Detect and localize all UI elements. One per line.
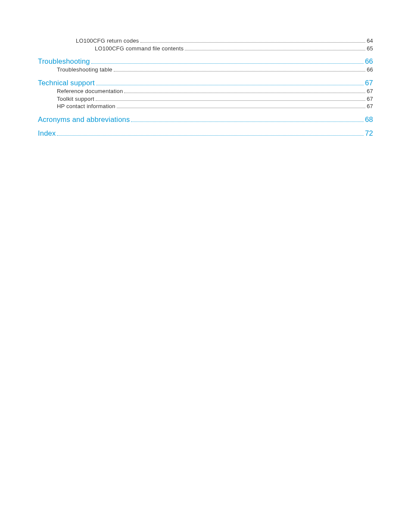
toc-entry-page: 65 [367,45,373,53]
toc-entry-label: LO100CFG command file contents [95,45,184,53]
table-of-contents: LO100CFG return codes64LO100CFG command … [38,37,373,138]
toc-entry-label: HP contact information [57,103,115,110]
toc-entry-page: 67 [367,95,373,103]
toc-leader-dots [131,116,364,122]
toc-entry-page: 72 [365,128,373,138]
toc-leader-dots [117,103,365,108]
toc-entry-label: Troubleshooting table [57,66,112,74]
toc-entry: LO100CFG return codes64 [76,37,373,45]
toc-entry-label: LO100CFG return codes [76,37,139,45]
toc-leader-dots [185,45,365,50]
toc-group: LO100CFG return codes64LO100CFG command … [38,37,373,52]
toc-leader-dots [96,79,364,85]
toc-leader-dots [91,58,364,64]
toc-entry-label: Acronyms and abbreviations [38,115,130,124]
toc-group: Acronyms and abbreviations68 [38,115,373,124]
toc-leader-dots [114,67,365,72]
toc-entry-page: 66 [367,66,373,74]
toc-entry-link[interactable]: Technical support67 [38,78,373,87]
toc-group: Technical support67Reference documentati… [38,78,373,110]
toc-group: Troubleshooting66Troubleshooting table66 [38,56,373,74]
toc-leader-dots [140,38,366,43]
toc-entry-label: Troubleshooting [38,56,90,66]
toc-entry-page: 64 [367,37,373,45]
document-page: LO100CFG return codes64LO100CFG command … [0,0,411,532]
toc-entry-label: Reference documentation [57,87,123,95]
toc-entry-label: Toolkit support [57,95,94,103]
toc-entry-link[interactable]: Acronyms and abbreviations68 [38,115,373,124]
toc-entry-page: 67 [367,87,373,95]
toc-entry-label: Technical support [38,78,95,87]
toc-entry-link[interactable]: Index72 [38,128,373,138]
toc-entry-page: 67 [365,78,373,87]
toc-entry: HP contact information67 [57,103,373,110]
toc-entry: Troubleshooting table66 [57,66,373,74]
toc-leader-dots [57,130,364,136]
toc-leader-dots [124,88,365,93]
toc-entry: Toolkit support67 [57,95,373,103]
toc-leader-dots [96,96,365,100]
toc-group: Index72 [38,128,373,138]
toc-entry-page: 66 [365,56,373,66]
toc-entry-page: 67 [367,103,373,110]
toc-entry-page: 68 [365,115,373,124]
toc-entry-link[interactable]: Troubleshooting66 [38,56,373,66]
toc-entry: Reference documentation67 [57,87,373,95]
toc-entry: LO100CFG command file contents65 [95,45,373,53]
toc-entry-label: Index [38,128,56,138]
